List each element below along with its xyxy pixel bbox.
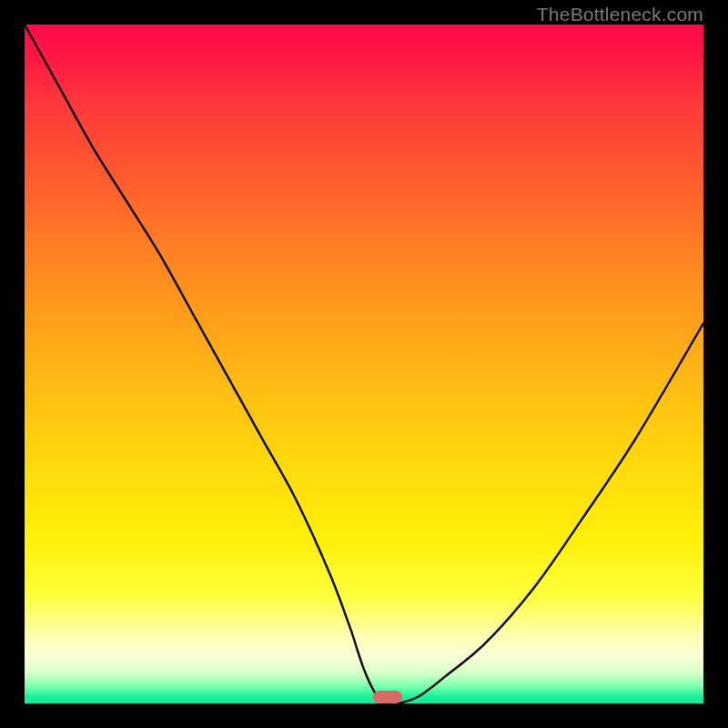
chart-frame: TheBottleneck.com: [0, 0, 728, 728]
bottleneck-curve: [25, 25, 703, 703]
watermark-text: TheBottleneck.com: [537, 4, 703, 25]
plot-area: [25, 25, 703, 703]
optimal-point-marker: [373, 691, 402, 703]
